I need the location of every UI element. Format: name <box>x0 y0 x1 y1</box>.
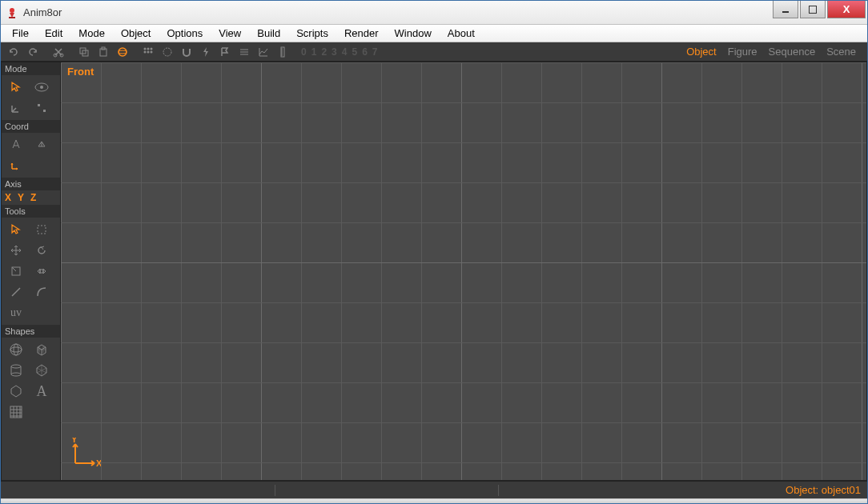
minimize-button[interactable] <box>773 1 798 18</box>
menu-edit[interactable]: Edit <box>37 25 70 42</box>
svg-rect-24 <box>40 270 43 273</box>
cylinder-shape-icon[interactable] <box>3 360 29 381</box>
uv-tool-icon[interactable]: uv <box>3 302 29 323</box>
menu-mode[interactable]: Mode <box>70 25 113 42</box>
flag-icon[interactable] <box>217 44 233 60</box>
move-icon[interactable] <box>3 240 29 261</box>
close-button[interactable]: X <box>827 1 866 18</box>
svg-point-19 <box>40 86 43 89</box>
app-window: Anim8or X File Edit Mode Object Options … <box>0 0 868 504</box>
window-bottom-border <box>1 498 867 503</box>
select-arrow-icon[interactable] <box>3 219 29 240</box>
scale-uniform-icon[interactable] <box>29 261 54 282</box>
layer-5[interactable]: 5 <box>349 46 360 58</box>
menu-scripts[interactable]: Scripts <box>288 25 336 42</box>
axis-indicator: Y X <box>69 438 101 472</box>
menu-window[interactable]: Window <box>387 25 440 42</box>
line-tool-icon[interactable] <box>3 282 29 302</box>
svg-point-15 <box>151 50 153 53</box>
axis-y-label: Y <box>71 438 78 444</box>
text-shape-icon[interactable]: A <box>29 381 54 402</box>
curve-tool-icon[interactable] <box>29 282 54 302</box>
svg-point-26 <box>10 347 22 352</box>
menu-view[interactable]: View <box>211 25 249 42</box>
undo-icon[interactable] <box>6 44 22 60</box>
paste-icon[interactable] <box>95 44 111 60</box>
ruler-icon[interactable] <box>275 44 291 60</box>
status-object-text: Object: object01 <box>786 484 861 496</box>
layer-7[interactable]: 7 <box>370 46 380 58</box>
section-tools-header: Tools <box>2 205 60 218</box>
grid-shape-icon[interactable] <box>3 402 29 422</box>
copy-icon[interactable] <box>76 44 92 60</box>
menubar: File Edit Mode Object Options View Build… <box>1 25 867 42</box>
eye-icon[interactable] <box>29 77 54 98</box>
svg-point-29 <box>11 373 21 376</box>
layer-2[interactable]: 2 <box>319 46 329 58</box>
menu-object[interactable]: Object <box>113 25 159 42</box>
section-mode-header: Mode <box>2 62 60 75</box>
menu-render[interactable]: Render <box>336 25 387 42</box>
tab-sequence[interactable]: Sequence <box>769 46 816 58</box>
cut-icon[interactable] <box>50 44 66 60</box>
layer-6[interactable]: 6 <box>360 46 370 58</box>
viewport[interactable]: Front Y X <box>61 62 866 480</box>
polyhedron-shape-icon[interactable] <box>29 360 54 381</box>
chart-icon[interactable] <box>255 44 271 60</box>
grid-canvas <box>61 62 866 480</box>
tab-figure[interactable]: Figure <box>728 46 757 58</box>
sphere-shape-icon[interactable] <box>3 339 29 360</box>
coord-screen-icon[interactable] <box>3 155 29 176</box>
svg-point-8 <box>119 48 127 56</box>
dots-grid-icon[interactable] <box>140 44 156 60</box>
pointer-icon[interactable] <box>3 77 29 98</box>
svg-point-11 <box>147 47 150 50</box>
scale-nonuniform-icon[interactable] <box>3 261 29 282</box>
window-title: Anim8or <box>23 6 773 18</box>
maximize-button[interactable] <box>800 1 826 18</box>
axis-y[interactable]: Y <box>18 192 24 203</box>
layer-4[interactable]: 4 <box>340 46 350 58</box>
redo-icon[interactable] <box>25 44 41 60</box>
rotate-tool-icon[interactable] <box>29 240 54 261</box>
viewport-label: Front <box>67 66 94 78</box>
hexagon-shape-icon[interactable] <box>3 381 29 402</box>
tab-object[interactable]: Object <box>686 46 717 58</box>
titlebar: Anim8or X <box>1 1 867 25</box>
svg-rect-1 <box>9 17 15 18</box>
move-axis-icon[interactable] <box>3 98 29 118</box>
menu-about[interactable]: About <box>440 25 483 42</box>
svg-point-25 <box>10 344 22 355</box>
marquee-icon[interactable] <box>29 219 54 240</box>
axis-x-label: X <box>96 458 101 468</box>
axis-z[interactable]: Z <box>30 192 36 203</box>
rotate-icon[interactable] <box>159 44 175 60</box>
coord-object-icon[interactable] <box>29 134 54 155</box>
sphere-active-icon[interactable] <box>115 44 131 60</box>
app-icon <box>6 6 18 19</box>
section-axis-header: Axis <box>2 178 60 190</box>
magnet-icon[interactable] <box>179 44 195 60</box>
svg-point-28 <box>11 365 21 368</box>
axis-x[interactable]: X <box>5 192 11 203</box>
menu-file[interactable]: File <box>4 25 37 42</box>
svg-point-10 <box>144 47 147 50</box>
menu-build[interactable]: Build <box>249 25 288 42</box>
window-controls: X <box>773 1 867 24</box>
layer-1[interactable]: 1 <box>309 46 319 58</box>
toolbar: 0 1 2 3 4 5 6 7 Object Figure Sequence S… <box>1 42 867 62</box>
layer-3[interactable]: 3 <box>329 46 340 58</box>
svg-point-14 <box>147 50 150 53</box>
coord-world-icon[interactable] <box>3 134 29 155</box>
svg-point-0 <box>10 8 14 13</box>
points-icon[interactable] <box>29 98 54 118</box>
layer-0[interactable]: 0 <box>299 46 309 58</box>
svg-rect-21 <box>43 110 46 112</box>
cube-shape-icon[interactable] <box>29 339 54 360</box>
tab-scene[interactable]: Scene <box>826 46 856 58</box>
lines-icon[interactable] <box>236 44 252 60</box>
lightning-icon[interactable] <box>198 44 214 60</box>
svg-rect-22 <box>38 226 46 234</box>
menu-options[interactable]: Options <box>159 25 211 42</box>
main-area: Mode Coord Axis X Y Z Tools <box>1 62 867 481</box>
